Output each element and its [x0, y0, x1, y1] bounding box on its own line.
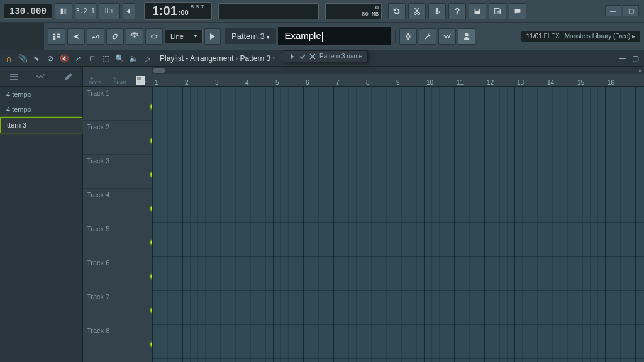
playlist-grid[interactable]: 12345678910111213141516 [152, 67, 644, 362]
bar-number: 5 [275, 79, 279, 86]
svg-point-12 [465, 33, 469, 36]
close-icon[interactable] [309, 53, 316, 60]
playlist-area: ✦ ✎ ▥ Track 1Track 2Track 3Track 4Track … [83, 67, 644, 362]
track-header[interactable]: Track 4 [83, 189, 152, 222]
pattern-view-button[interactable] [48, 28, 65, 45]
quantize-indicator[interactable]: III+ [99, 3, 120, 19]
chevron-right-icon[interactable] [289, 53, 296, 60]
svg-rect-1 [64, 8, 67, 14]
play-head-icon[interactable]: ▷ [142, 53, 152, 63]
message-button[interactable] [509, 3, 526, 19]
wave-tool-button[interactable] [438, 28, 456, 45]
top-toolbar: 130.000 3.2.1 III+ 1:01:00B:S:T 0 80 MB … [0, 0, 644, 23]
magnet-icon[interactable]: ⊓ [87, 53, 97, 63]
cpu-mem-meter[interactable]: 0 80 MB [325, 3, 382, 19]
record-mic-button[interactable] [428, 3, 446, 19]
gridlines [152, 87, 644, 362]
check-icon[interactable] [299, 53, 306, 60]
maximize-panel-button[interactable]: ▢ [630, 53, 640, 63]
svg-rect-6 [53, 36, 56, 38]
svg-rect-4 [436, 8, 438, 12]
export-button[interactable] [489, 3, 506, 19]
visualizer[interactable] [218, 3, 319, 19]
info-board[interactable]: 11/01 FLEX | Monsters Library (Free) ▸ [521, 31, 640, 42]
pat-song-toggle[interactable] [55, 3, 72, 19]
bar-ruler[interactable]: 12345678910111213141516 [152, 74, 644, 87]
browser-panel: 4 tempo4 tempottern 3 [0, 67, 83, 362]
svg-rect-9 [57, 36, 60, 38]
scroll-right-button[interactable]: ▸ [636, 67, 644, 74]
wave-icon[interactable] [36, 72, 46, 82]
minimize-panel-button[interactable]: — [618, 53, 628, 63]
track-header[interactable]: Track 7 [83, 290, 152, 324]
track-header[interactable]: Track 3 [83, 155, 152, 189]
rename-tooltip: Pattern 3 name [284, 50, 368, 62]
bar-number: 14 [547, 79, 554, 86]
pattern-rename-input[interactable]: Example [278, 27, 391, 45]
plugin-button[interactable] [399, 28, 417, 45]
svg-rect-0 [60, 8, 63, 14]
browser-item[interactable]: 4 tempo [0, 102, 82, 117]
arrow-icon[interactable]: ↗ [73, 53, 83, 63]
horizontal-scrollbar[interactable] [152, 67, 644, 74]
bar-number: 3 [215, 79, 219, 86]
track-header[interactable]: Track 6 [83, 256, 152, 290]
live-button[interactable] [126, 28, 143, 45]
loop-button[interactable] [145, 28, 163, 45]
separator [395, 30, 396, 43]
bar-number: 2 [185, 79, 189, 86]
list-icon[interactable] [9, 72, 19, 82]
logo-icon[interactable]: ∩ [4, 53, 14, 63]
bar-number: 11 [457, 79, 464, 86]
bar-number: 8 [366, 79, 370, 86]
maximize-button[interactable]: ▢ [623, 5, 639, 16]
select-icon[interactable]: ⬚ [101, 53, 111, 63]
browser-tabs [0, 67, 82, 87]
cut-button[interactable] [408, 3, 426, 19]
bar-number: 13 [517, 79, 524, 86]
track-header-column: ✦ ✎ ▥ Track 1Track 2Track 3Track 4Track … [83, 67, 152, 362]
help-button[interactable]: ? [448, 3, 466, 19]
cursor-icon[interactable]: ⬉ [31, 53, 42, 63]
chevron-down-icon: ▾ [267, 34, 270, 40]
browser-item[interactable]: ttern 3 [0, 117, 82, 133]
wrench-button[interactable] [419, 28, 436, 45]
track-header[interactable]: Track 5 [83, 222, 152, 256]
play-button[interactable] [204, 28, 221, 45]
speaker-icon[interactable]: 🔈 [128, 53, 138, 63]
send-button[interactable] [67, 28, 85, 45]
bar-number: 12 [487, 79, 494, 86]
undo-history-button[interactable] [388, 3, 406, 19]
save-button[interactable] [469, 3, 486, 19]
step-back-button[interactable] [123, 3, 135, 19]
link-button[interactable] [106, 28, 124, 45]
eye-slash-icon[interactable]: ⊘ [45, 53, 55, 63]
bar-number: 15 [577, 79, 584, 86]
svg-point-10 [133, 35, 136, 38]
window-controls: — ▢ [605, 5, 639, 16]
pencil-icon[interactable] [64, 72, 74, 82]
pin-icon[interactable]: 📎 [18, 53, 28, 63]
bar-number: 6 [306, 79, 309, 86]
current-pattern-label[interactable]: Pattern 3 ▾ [225, 28, 276, 44]
bar-number: 10 [426, 79, 433, 86]
user-button[interactable] [458, 28, 475, 45]
track-header[interactable]: Track 2 [83, 121, 152, 155]
snap-selector[interactable]: Line▾ [165, 30, 203, 43]
zoom-icon[interactable]: 🔍 [114, 53, 125, 63]
time-display[interactable]: 1:01:00B:S:T [144, 2, 212, 20]
bar-number: 16 [608, 79, 614, 86]
breadcrumb: Playlist - Arrangement›Pattern 3› [160, 54, 277, 63]
beat-indicator[interactable]: 3.2.1 [75, 3, 96, 19]
rename-tooltip-text: Pattern 3 name [319, 53, 362, 60]
track-header[interactable]: Track 8 [83, 324, 152, 358]
mute-icon[interactable]: 🔇 [59, 53, 69, 63]
track-header[interactable]: Track 1 [83, 87, 152, 121]
minimize-button[interactable]: — [605, 5, 621, 16]
bar-number: 9 [396, 79, 400, 86]
svg-rect-7 [53, 38, 56, 40]
automation-button[interactable] [87, 28, 104, 45]
track-head-labels: NOTE CHAN PAT [83, 80, 152, 85]
browser-item[interactable]: 4 tempo [0, 87, 82, 102]
tempo-display[interactable]: 130.000 [4, 4, 52, 19]
